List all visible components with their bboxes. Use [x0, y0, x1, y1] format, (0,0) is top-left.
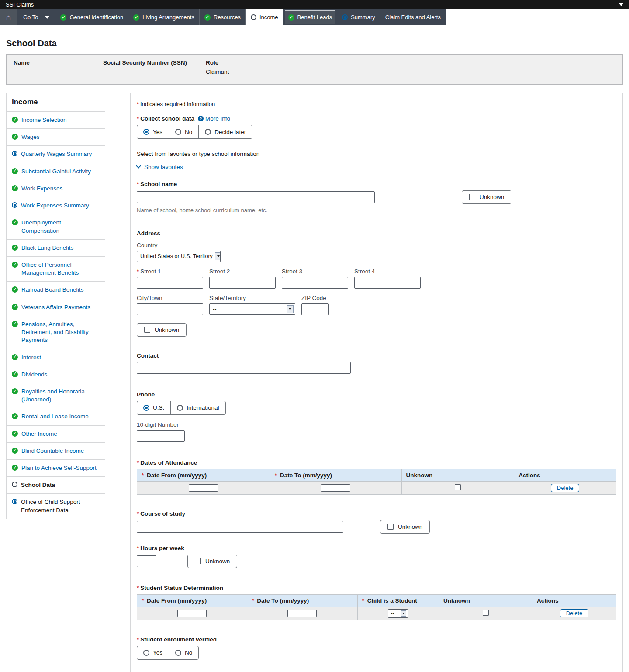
sidebar-items: ✓Income Selection✓WagesQuarterly Wages S…	[7, 111, 105, 519]
street4-input[interactable]	[354, 277, 421, 289]
sidebar-item-income-selection[interactable]: ✓Income Selection	[7, 111, 105, 128]
nav-tab-summary[interactable]: Summary	[337, 9, 380, 25]
collect-no-option[interactable]: No	[169, 125, 198, 138]
sidebar-item-pensions-annuities-retirement-and-disability-payments[interactable]: ✓Pensions, Annuities, Retirement, and Di…	[7, 316, 105, 349]
checkbox-icon	[469, 194, 475, 200]
course-input[interactable]	[137, 521, 343, 533]
attendance-row: Delete	[137, 481, 616, 494]
attendance-date-from-input[interactable]	[189, 484, 218, 492]
sidebar-item-work-expenses[interactable]: ✓Work Expenses	[7, 180, 105, 197]
street1-input[interactable]	[137, 277, 203, 289]
person-ssn-label: Social Security Number (SSN)	[103, 59, 206, 66]
status-date-to-input[interactable]	[287, 610, 317, 617]
sidebar-item-black-lung-benefits[interactable]: ✓Black Lung Benefits	[7, 239, 105, 256]
sidebar-item-label: Dividends	[21, 371, 47, 379]
address-unknown-checkbox[interactable]: Unknown	[137, 323, 187, 337]
chevron-down-icon	[136, 163, 141, 168]
country-select-value: United States or U.S. Territory	[140, 253, 213, 259]
status-date-from-input[interactable]	[177, 610, 207, 617]
app-header: SSI Claims	[0, 0, 629, 9]
status-unknown-checkbox[interactable]	[483, 610, 489, 616]
nav-tab-label: Claim Edits and Alerts	[385, 14, 441, 21]
person-role-value: Claimant	[206, 69, 229, 76]
sidebar-title: Income	[7, 93, 105, 111]
sidebar-item-office-of-personnel-management-benefits[interactable]: ✓Office of Personnel Management Benefits	[7, 256, 105, 281]
sidebar-item-royalties-and-honoraria-unearned[interactable]: ✓Royalties and Honoraria (Unearned)	[7, 383, 105, 408]
nav-tab-claim-edits-and-alerts[interactable]: Claim Edits and Alerts	[380, 9, 446, 25]
sidebar-item-dividends[interactable]: ✓Dividends	[7, 366, 105, 383]
sidebar-item-veterans-affairs-payments[interactable]: ✓Veterans Affairs Payments	[7, 299, 105, 316]
school-name-unknown-checkbox[interactable]: Unknown	[462, 190, 511, 204]
sidebar-item-other-income[interactable]: ✓Other Income	[7, 425, 105, 442]
column-header-date-to-mm-yyyy: * Date To (mm/yyyy)	[270, 469, 401, 481]
person-name-label: Name	[14, 59, 103, 66]
sidebar-item-work-expenses-summary[interactable]: Work Expenses Summary	[7, 197, 105, 214]
home-button[interactable]: ⌂	[0, 9, 17, 25]
student-status-section: *Student Status Determination * Date Fro…	[137, 585, 616, 620]
sidebar-item-wages[interactable]: ✓Wages	[7, 128, 105, 145]
goto-dropdown[interactable]: Go To	[17, 9, 55, 25]
attendance-date-to-input[interactable]	[321, 484, 350, 492]
nav-tab-living-arrangements[interactable]: ✓Living Arrangements	[128, 9, 200, 25]
enrollment-yes-option[interactable]: Yes	[137, 646, 169, 659]
sidebar-item-blind-countable-income[interactable]: ✓Blind Countable Income	[7, 442, 105, 459]
check-icon: ✓	[12, 134, 18, 140]
collect-yes-option[interactable]: Yes	[137, 125, 169, 138]
school-name-input[interactable]	[137, 191, 375, 203]
checkbox-icon	[387, 524, 394, 530]
sidebar-item-interest[interactable]: ✓Interest	[7, 349, 105, 366]
collect-school-data-field: *Collect school data ? More Info Yes No …	[137, 115, 616, 139]
sidebar-item-label: Plan to Achieve Self-Support	[21, 464, 97, 472]
course-unknown-checkbox[interactable]: Unknown	[380, 520, 430, 534]
hours-input[interactable]	[137, 555, 156, 567]
phone-us-option[interactable]: U.S.	[137, 401, 170, 414]
city-input[interactable]	[137, 303, 203, 315]
checkbox-icon	[144, 327, 150, 333]
phone-number-input[interactable]	[137, 430, 185, 442]
address-heading: Address	[137, 230, 616, 237]
favorites-hint: Select from favorites or type school inf…	[137, 151, 616, 157]
sidebar-item-railroad-board-benefits[interactable]: ✓Railroad Board Benefits	[7, 281, 105, 298]
nav-tab-income[interactable]: Income	[246, 9, 283, 25]
state-select-value: --	[213, 306, 216, 312]
phone-international-option[interactable]: International	[170, 401, 225, 414]
child-is-student-select[interactable]: --	[388, 609, 408, 618]
sidebar-item-label: Unemployment Compensation	[21, 219, 100, 234]
chevron-down-icon[interactable]	[619, 3, 623, 6]
street2-input[interactable]	[209, 277, 276, 289]
attendance-section: *Dates of Attendance * Date From (mm/yyy…	[137, 459, 616, 495]
hours-unknown-checkbox[interactable]: Unknown	[187, 555, 237, 568]
country-select[interactable]: United States or U.S. Territory	[137, 251, 221, 262]
show-favorites-toggle[interactable]: Show favorites	[137, 164, 183, 170]
sidebar-item-rental-and-lease-income[interactable]: ✓Rental and Lease Income	[7, 408, 105, 425]
nav-tab-resources[interactable]: ✓Resources	[200, 9, 246, 25]
check-icon: ✓	[12, 448, 18, 454]
sidebar-item-quarterly-wages-summary[interactable]: Quarterly Wages Summary	[7, 145, 105, 162]
nav-tab-benefit-leads[interactable]: ✓Benefit Leads	[283, 9, 338, 25]
nav-tab-general-identification[interactable]: ✓General Identification	[55, 9, 128, 25]
status-delete-button[interactable]: Delete	[560, 609, 589, 617]
person-name-column: Name	[14, 59, 103, 76]
sidebar-item-unemployment-compensation[interactable]: ✓Unemployment Compensation	[7, 214, 105, 239]
state-select[interactable]: --	[209, 303, 295, 315]
summary-icon	[12, 499, 17, 504]
zip-input[interactable]	[301, 303, 329, 315]
check-icon: ✓	[12, 371, 18, 377]
sidebar-item-label: Income Selection	[21, 116, 67, 124]
school-name-field: *School name Unknown Name of school, hom…	[137, 181, 616, 214]
enrollment-no-option[interactable]: No	[169, 646, 198, 659]
collect-decide-later-option[interactable]: Decide later	[198, 125, 252, 138]
contact-input[interactable]	[137, 362, 351, 374]
more-info-link[interactable]: ? More Info	[198, 115, 230, 122]
sidebar-item-plan-to-achieve-self-support[interactable]: ✓Plan to Achieve Self-Support	[7, 459, 105, 476]
attendance-unknown-checkbox[interactable]	[455, 484, 461, 490]
school-name-label: *School name	[137, 181, 616, 187]
sidebar-item-label: Interest	[21, 354, 41, 362]
sidebar-item-office-of-child-support-enforcement-data[interactable]: Office of Child Support Enforcement Data	[7, 493, 105, 518]
sidebar-item-school-data[interactable]: School Data	[7, 476, 105, 493]
sidebar-item-label: Rental and Lease Income	[21, 413, 89, 420]
attendance-delete-button[interactable]: Delete	[551, 484, 580, 492]
person-role-column: Role Claimant	[206, 59, 229, 76]
sidebar-item-substantial-gainful-activity[interactable]: ✓Substantial Gainful Activity	[7, 163, 105, 180]
street3-input[interactable]	[282, 277, 348, 289]
